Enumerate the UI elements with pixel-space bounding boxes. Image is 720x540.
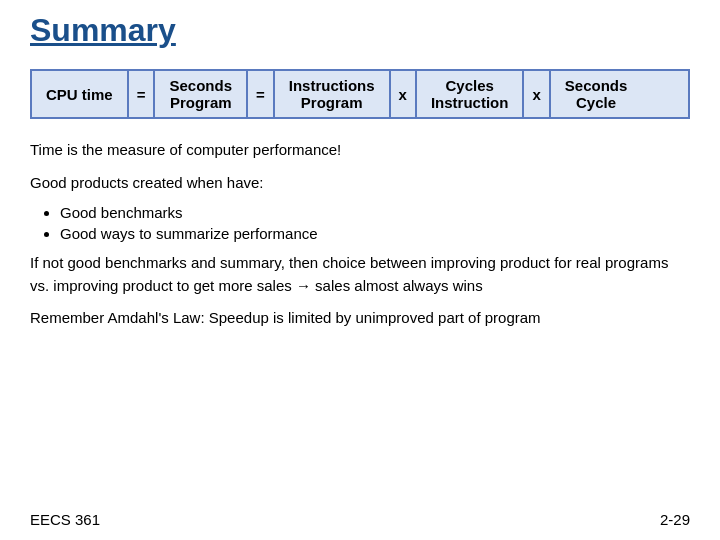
seconds-top: Seconds	[169, 77, 232, 94]
footer-left: EECS 361	[30, 511, 100, 528]
cpu-time-cell: CPU time	[32, 71, 129, 117]
cycles-top: Cycles	[446, 77, 494, 94]
equals2-operator: =	[248, 71, 275, 117]
instructions-program-cell: Instructions Program	[275, 71, 391, 117]
page-title: Summary	[30, 12, 690, 49]
seconds2-top: Seconds	[565, 77, 628, 94]
cpu-time-label: CPU time	[46, 86, 113, 103]
footer-right: 2-29	[660, 511, 690, 528]
seconds-bottom: Program	[170, 94, 232, 111]
x1-operator: x	[391, 71, 417, 117]
equals1-operator: =	[129, 71, 156, 117]
cycles-bottom: Instruction	[431, 94, 509, 111]
x2-operator: x	[524, 71, 550, 117]
instructions-bottom: Program	[301, 94, 363, 111]
seconds-cycle-cell: Seconds Cycle	[551, 71, 642, 117]
paragraph4: Remember Amdahl's Law: Speedup is limite…	[30, 307, 690, 330]
paragraph1: Time is the measure of computer performa…	[30, 139, 690, 162]
formula-box: CPU time = Seconds Program = Instruction…	[30, 69, 690, 119]
instructions-top: Instructions	[289, 77, 375, 94]
seconds2-bottom: Cycle	[576, 94, 616, 111]
footer: EECS 361 2-29	[30, 511, 690, 528]
paragraph2-intro: Good products created when have:	[30, 172, 690, 195]
page: Summary CPU time = Seconds Program = Ins…	[0, 0, 720, 540]
bullet-list: Good benchmarks Good ways to summarize p…	[60, 204, 690, 242]
list-item: Good ways to summarize performance	[60, 225, 690, 242]
seconds-program-cell: Seconds Program	[155, 71, 248, 117]
cycles-instruction-cell: Cycles Instruction	[417, 71, 525, 117]
list-item: Good benchmarks	[60, 204, 690, 221]
paragraph3: If not good benchmarks and summary, then…	[30, 252, 690, 297]
